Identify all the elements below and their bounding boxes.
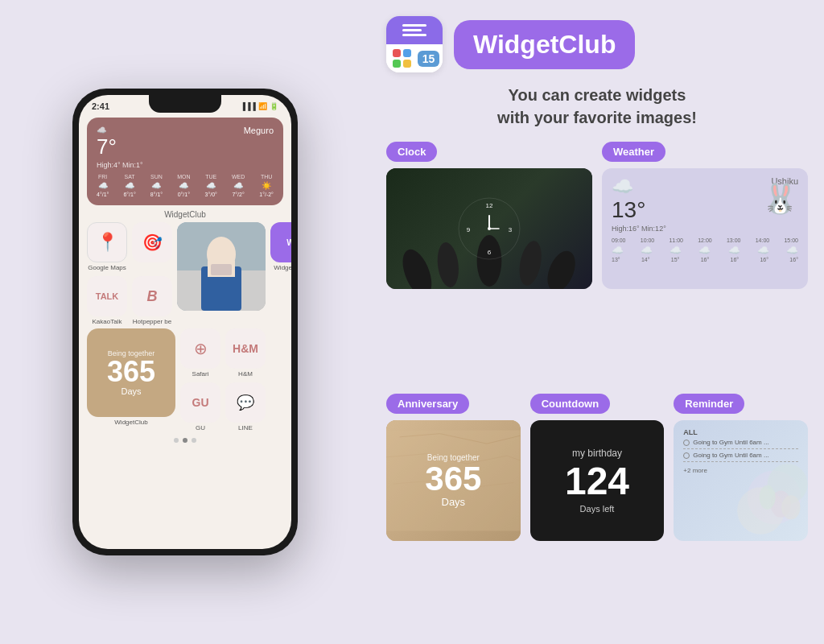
anniv-content: Being together 365 Days: [425, 453, 481, 508]
countdown-label: Countdown: [530, 394, 610, 414]
svg-text:3: 3: [509, 226, 513, 233]
cd-sub: Days left: [580, 504, 615, 514]
anniv-label: Being together: [108, 349, 155, 357]
svg-text:9: 9: [467, 226, 471, 233]
phone-notch: [149, 95, 221, 113]
photo-widget: [177, 222, 266, 311]
anniversary-preview: Being together 365 Days: [386, 420, 521, 541]
phone-widget-label: WidgetClub: [79, 210, 291, 219]
clock-time: 2:41: [92, 101, 109, 111]
svg-text:6: 6: [488, 249, 492, 256]
wifi-icon: 📶: [258, 102, 267, 110]
countdown-col: Countdown my birthday 124 Days left: [530, 394, 665, 636]
phone-outer: 2:41 ▐▐▐ 📶 🔋 ☁️ 7° High:4° Min:1° Meguro: [72, 89, 298, 555]
dot-3: [192, 438, 196, 443]
svg-point-10: [542, 249, 580, 289]
tagline: You can create widgets with your favorit…: [386, 84, 808, 129]
anniversary-col: Anniversary Being together 365 Days: [386, 394, 521, 636]
widgetclub-app[interactable]: W WidgetClub: [270, 222, 291, 271]
anniv-unit: Days: [121, 386, 141, 396]
hm-app[interactable]: H&M H&M: [225, 328, 266, 378]
phone-weather-highlow: High:4° Min:1°: [97, 161, 143, 169]
anniversary-label: Anniversary: [386, 394, 469, 414]
wp-temp: 13°: [612, 197, 666, 223]
svg-point-18: [488, 227, 491, 230]
tagline-line2: with your favorite images!: [386, 106, 808, 129]
hotpepper-label: Hotpepper be: [133, 318, 171, 325]
line-app[interactable]: 💬 LINE: [225, 382, 266, 431]
weather-preview: ☁️ 13° High:16° Min:12° Ushiku 🐰 09:0010…: [602, 168, 808, 289]
svg-point-24: [781, 495, 800, 519]
wp-times: 09:0010:0011:0012:0013:0014:0015:00: [612, 237, 798, 243]
google-maps-label: Google Maps: [88, 264, 126, 271]
kakao-app[interactable]: TALK KakaoTalk: [87, 276, 127, 325]
phone-weather-location: Meguro: [244, 126, 274, 135]
svg-point-23: [760, 485, 776, 510]
clock-section: Clock 12 3 6 9: [386, 142, 592, 384]
widget-showcase: Clock 12 3 6 9: [386, 142, 808, 636]
phone-left-apps: 📍 Google Maps 🎯 TALK KakaoTalk: [87, 222, 172, 325]
wp-highlow: High:16° Min:12°: [612, 225, 666, 233]
app-name: WidgetClub: [473, 30, 616, 59]
svg-text:12: 12: [486, 202, 493, 209]
wp-temps: 13°14°15°16°16°16°16°: [612, 257, 798, 262]
phone-anniversary-widget[interactable]: Being together 365 Days: [87, 328, 175, 417]
anniv-big-number: 365: [425, 462, 481, 496]
anniv-together: Being together: [425, 453, 481, 462]
kakao-label: KakaoTalk: [93, 318, 122, 325]
reminder-more: +2 more: [683, 467, 798, 474]
phone-weather-temp: 7°: [97, 134, 143, 159]
anniv-days-text: Days: [425, 496, 481, 508]
clock-label: Clock: [386, 142, 437, 162]
dot-2: [183, 438, 187, 443]
reminder-content: ALL Going to Gym Until 6am ... Going to …: [674, 420, 808, 482]
app-logo: 15: [386, 16, 443, 72]
tagline-line1: You can create widgets: [386, 84, 808, 106]
app-header: 15 WidgetClub: [386, 16, 808, 72]
reminder-label: Reminder: [674, 394, 744, 414]
phone-small-apps: ⊕ Safari H&M H&M GU GU 💬 LINE: [180, 328, 266, 431]
phone-bottom-row: Being together 365 Days WidgetClub ⊕ Saf…: [87, 328, 283, 431]
dot-1: [174, 438, 179, 443]
phone-screen: 2:41 ▐▐▐ 📶 🔋 ☁️ 7° High:4° Min:1° Meguro: [79, 95, 291, 549]
clock-preview: 12 3 6 9: [386, 168, 592, 289]
gu-label: GU: [196, 424, 205, 431]
svg-rect-5: [211, 264, 232, 275]
safari-label: Safari: [192, 370, 209, 378]
ios-badge: 15: [418, 51, 440, 67]
reminder-preview: ALL Going to Gym Until 6am ... Going to …: [674, 420, 808, 541]
cd-number: 124: [565, 462, 629, 501]
phone-weather-widget[interactable]: ☁️ 7° High:4° Min:1° Meguro FRI☁️4°/1° S…: [87, 118, 283, 205]
wp-icons: ☁️☁️☁️☁️☁️☁️☁️: [612, 245, 798, 256]
weather-label: Weather: [602, 142, 665, 162]
google-maps-app[interactable]: 📍 Google Maps: [87, 222, 127, 271]
phone-weather-days: FRI☁️4°/1° SAT☁️6°/1° SUN☁️8°/1° MON☁️0°…: [97, 174, 274, 197]
hm-label: H&M: [238, 370, 253, 378]
reminder-item-2: Going to Gym Until 6am ...: [683, 452, 798, 462]
page-dots: [79, 438, 291, 443]
status-icons: ▐▐▐ 📶 🔋: [241, 102, 278, 110]
phone-mid-row: 📍 Google Maps 🎯 TALK KakaoTalk: [87, 222, 283, 325]
weather-section: Weather ☁️ 13° High:16° Min:12° Ushiku 🐰: [602, 142, 808, 384]
battery-icon: 🔋: [270, 102, 278, 110]
phone-mockup-panel: 2:41 ▐▐▐ 📶 🔋 ☁️ 7° High:4° Min:1° Meguro: [0, 0, 370, 644]
reminder-all: ALL: [683, 428, 798, 436]
countdown-preview: my birthday 124 Days left: [530, 420, 665, 541]
svg-point-6: [398, 247, 438, 289]
anniv-number: 365: [107, 357, 155, 386]
phone-right-apps: W WidgetClub: [270, 222, 291, 271]
anon-app[interactable]: 🎯: [132, 222, 172, 271]
bottom-widgets: Anniversary Being together 365 Days: [386, 394, 808, 636]
hotpepper-app[interactable]: B Hotpepper be: [132, 276, 172, 325]
cd-label: my birthday: [572, 448, 622, 459]
signal-icon: ▐▐▐: [241, 102, 256, 110]
reminder-item-1: Going to Gym Until 6am ...: [683, 439, 798, 449]
app-name-badge: WidgetClub: [454, 20, 635, 69]
safari-app[interactable]: ⊕ Safari: [180, 328, 220, 378]
photo-placeholder: [177, 222, 266, 311]
right-panel: 15 WidgetClub You can create widgets wit…: [370, 0, 824, 644]
widgetclub-label: WidgetClub: [274, 264, 291, 271]
reminder-col: Reminder ALL: [674, 394, 808, 636]
gu-app[interactable]: GU GU: [180, 382, 220, 431]
line-label: LINE: [238, 424, 253, 431]
